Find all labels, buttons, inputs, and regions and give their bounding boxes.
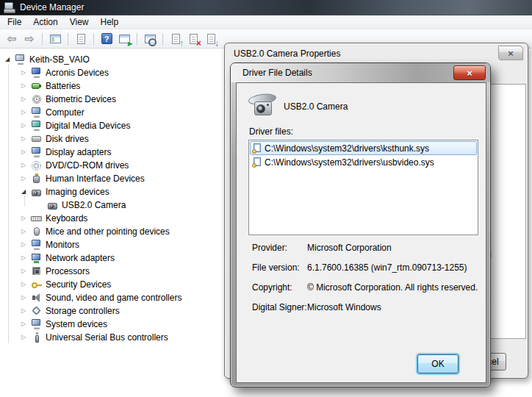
driver-file-icon xyxy=(252,143,262,154)
toolbar-update-driver-icon[interactable]: ↑ xyxy=(168,32,184,46)
tree-expander-icon[interactable]: ▷ xyxy=(19,255,28,261)
usb-icon xyxy=(31,332,43,343)
tree-item-display-adapters[interactable]: ▷Display adapters xyxy=(0,146,220,159)
tree-item-label: Human Interface Devices xyxy=(46,174,145,184)
tree-expander-icon[interactable]: ▷ xyxy=(19,215,28,221)
toolbar-separator xyxy=(137,33,137,45)
device-manager-icon xyxy=(4,2,15,12)
detail-field-value: Microsoft Corporation xyxy=(307,243,472,253)
tree-expander-icon[interactable]: ▷ xyxy=(19,308,28,314)
detail-field-row: File version:6.1.7600.16385 (win7_rtm.09… xyxy=(252,262,472,273)
tree-item-label: Sound, video and game controllers xyxy=(46,293,181,303)
tree-item-label: Monitors xyxy=(46,240,79,250)
tree-item-label: Keith-SB_VAIO xyxy=(29,54,90,65)
tree-item-batteries[interactable]: ▷Batteries xyxy=(0,79,220,93)
menu-help[interactable]: Help xyxy=(95,15,125,29)
tree-expander-icon[interactable]: ▷ xyxy=(19,335,28,340)
tree-item-monitors[interactable]: ▷Monitors xyxy=(0,238,220,251)
tree-expander-icon[interactable]: ▷ xyxy=(19,123,28,129)
details-dialog-title: Driver File Details xyxy=(231,63,490,82)
tree-item-label: Keyboards xyxy=(46,213,87,223)
toolbar-separator xyxy=(93,33,94,45)
tree-expander-icon[interactable]: ▷ xyxy=(19,268,28,274)
tree-expander-icon[interactable]: ▷ xyxy=(19,176,28,182)
properties-dialog-title: USB2.0 Camera Properties xyxy=(234,49,340,59)
tree-expander-icon[interactable]: ◢ xyxy=(3,57,12,62)
tree-item-sound-video-and-game-controllers[interactable]: ▷Sound, video and game controllers xyxy=(0,291,220,304)
media-icon xyxy=(31,121,43,131)
tree-item-label: Universal Serial Bus controllers xyxy=(46,332,168,343)
menu-file[interactable]: File xyxy=(1,15,27,29)
tree-item-mice-and-other-pointing-devices[interactable]: ▷Mice and other pointing devices xyxy=(0,225,220,238)
detail-field-label: File version: xyxy=(252,262,307,273)
toolbar-add-legacy-hardware-icon[interactable]: ↓ xyxy=(203,32,219,46)
tree-expander-icon[interactable]: ▷ xyxy=(19,70,28,76)
toolbar-properties-icon[interactable] xyxy=(73,32,89,46)
tree-item-dvd-cd-rom-drives[interactable]: ▷DVD/CD-ROM drives xyxy=(0,159,220,172)
driver-file-row[interactable]: C:\Windows\system32\drivers\usbvideo.sys xyxy=(250,155,477,169)
tree-item-security-devices[interactable]: ▷Security Devices xyxy=(0,278,220,291)
tree-item-label: Biometric Devices xyxy=(46,94,116,104)
ok-button[interactable]: OK xyxy=(417,354,459,373)
tree-expander-icon[interactable]: ▷ xyxy=(19,242,28,248)
menu-view[interactable]: View xyxy=(64,15,95,29)
toolbar-separator xyxy=(68,33,68,45)
tree-item-label: Mice and other pointing devices xyxy=(46,226,170,237)
toolbar-scan-hardware-changes-icon[interactable] xyxy=(142,32,158,46)
tree-item-biometric-devices[interactable]: ▷Biometric Devices xyxy=(0,93,220,106)
detail-field-label: Copyright: xyxy=(252,282,307,293)
driver-files-list[interactable]: C:\Windows\system32\drivers\ksthunk.sysC… xyxy=(248,140,478,235)
properties-close-button[interactable]: × xyxy=(498,46,523,60)
tree-item-system-devices[interactable]: ▷System devices xyxy=(0,318,220,331)
detail-field-label: Provider: xyxy=(252,243,307,253)
tree-item-disk-drives[interactable]: ▷Disk drives xyxy=(0,132,220,146)
tree-expander-icon[interactable]: ▷ xyxy=(19,162,28,168)
toolbar-forward-icon[interactable]: ⇨ xyxy=(21,32,37,46)
tree-item-keith-sb-vaio[interactable]: ◢Keith-SB_VAIO xyxy=(0,53,220,66)
detail-field-value: 6.1.7600.16385 (win7_rtm.090713-1255) xyxy=(307,262,472,273)
tree-item-processors[interactable]: ▷Processors xyxy=(0,265,220,278)
toolbar-help-icon[interactable]: ? xyxy=(98,32,115,46)
tree-expander-icon[interactable]: ▷ xyxy=(19,83,28,89)
details-close-button[interactable]: × xyxy=(453,65,486,80)
tree-expander-icon[interactable]: ▷ xyxy=(19,282,28,287)
camera-icon xyxy=(47,200,59,210)
driver-file-row[interactable]: C:\Windows\system32\drivers\ksthunk.sys xyxy=(250,141,477,155)
driver-detail-fields: Provider:Microsoft CorporationFile versi… xyxy=(252,243,472,322)
driver-file-path: C:\Windows\system32\drivers\ksthunk.sys xyxy=(265,143,429,154)
tree-item-human-interface-devices[interactable]: ▷Human Interface Devices xyxy=(0,172,220,185)
tree-expander-icon[interactable]: ▷ xyxy=(19,229,28,235)
detail-field-label: Digital Signer: xyxy=(252,302,307,312)
tree-expander-icon[interactable]: ▷ xyxy=(19,149,28,155)
tree-expander-icon[interactable]: ▷ xyxy=(19,136,28,142)
tree-expander-icon[interactable]: ▷ xyxy=(19,321,28,327)
toolbar-show-action-pane-icon[interactable]: ▸ xyxy=(116,32,132,46)
tree-item-keyboards[interactable]: ▷Keyboards xyxy=(0,212,220,225)
tree-expander-icon[interactable]: ◢ xyxy=(19,189,28,195)
tree-item-network-adapters[interactable]: ▷Network adapters xyxy=(0,251,220,265)
tree-expander-icon[interactable]: ▷ xyxy=(19,96,28,102)
menu-bar: FileActionViewHelp xyxy=(0,15,532,29)
toolbar-show-console-tree-icon[interactable] xyxy=(47,32,63,46)
driver-file-details-dialog: Driver File Details × USB2.0 Camera Driv… xyxy=(230,62,491,387)
tree-item-usb2-0-camera[interactable]: USB2.0 Camera xyxy=(0,198,220,212)
menu-action[interactable]: Action xyxy=(27,15,63,29)
detail-field-row: Provider:Microsoft Corporation xyxy=(252,243,472,253)
webcam-icon xyxy=(248,93,278,118)
tree-item-label: Digital Media Devices xyxy=(46,121,130,131)
display-icon xyxy=(31,147,43,157)
detail-field-value: © Microsoft Corporation. All rights rese… xyxy=(307,282,478,293)
toolbar-uninstall-icon[interactable]: × xyxy=(185,32,201,46)
tree-item-storage-controllers[interactable]: ▷Storage controllers xyxy=(0,304,220,318)
tree-expander-icon[interactable]: ▷ xyxy=(19,295,28,301)
tree-item-imaging-devices[interactable]: ◢Imaging devices xyxy=(0,185,220,198)
tree-item-acronis-devices[interactable]: ▷Acronis Devices xyxy=(0,66,220,79)
tree-expander-icon[interactable]: ▷ xyxy=(19,110,28,115)
cpu-icon xyxy=(31,266,43,276)
toolbar-back-icon[interactable]: ⇦ xyxy=(4,32,20,46)
tree-item-universal-serial-bus-controllers[interactable]: ▷Universal Serial Bus controllers xyxy=(0,331,220,344)
tree-item-digital-media-devices[interactable]: ▷Digital Media Devices xyxy=(0,119,220,132)
tree-item-label: Acronis Devices xyxy=(46,68,109,78)
tree-item-computer[interactable]: ▷Computer xyxy=(0,106,220,119)
mouse-icon xyxy=(31,226,43,237)
